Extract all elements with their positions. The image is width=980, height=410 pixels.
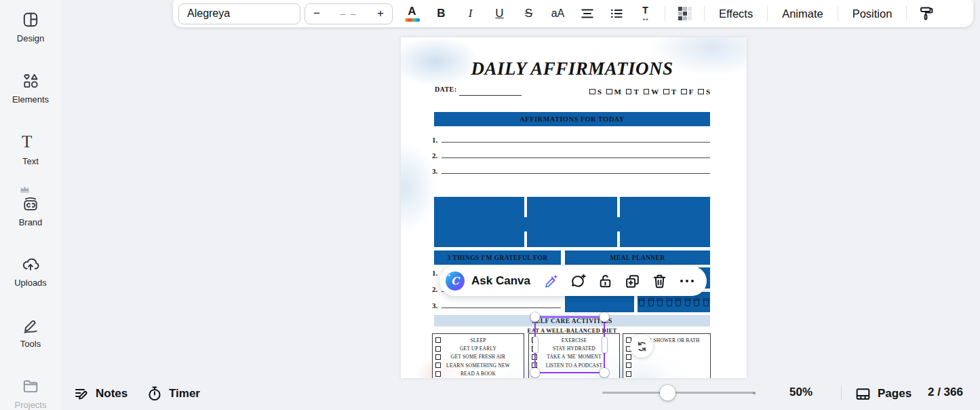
font-size-increase-button[interactable]: +	[369, 7, 392, 20]
divider	[906, 6, 907, 21]
magic-write-button[interactable]	[543, 271, 560, 291]
selection-handle-bottom-left[interactable]	[530, 368, 540, 377]
zoom-slider-thumb[interactable]	[660, 385, 675, 400]
divider	[838, 6, 838, 21]
weekday-item: T	[663, 88, 676, 96]
notes-icon	[73, 386, 90, 402]
sidebar-item-label: Elements	[12, 94, 49, 105]
checklist-row	[623, 370, 710, 378]
sidebar-item-label: Uploads	[14, 278, 47, 288]
alignment-button[interactable]	[576, 2, 598, 25]
priority-box[interactable]	[434, 197, 524, 247]
font-size-decrease-button[interactable]: −	[305, 7, 328, 20]
font-family-select[interactable]: Alegreya	[178, 3, 300, 24]
copy-style-button[interactable]	[915, 2, 937, 25]
selection-handle-left[interactable]	[533, 337, 538, 353]
text-color-button[interactable]: A	[401, 2, 423, 25]
letter-spacing-button[interactable]: T ↔	[634, 2, 656, 25]
text-case-button[interactable]: aA	[547, 2, 569, 25]
sidebar-item-design[interactable]: Design	[0, 11, 61, 43]
selection-handle-top-right[interactable]	[600, 312, 609, 322]
priorities-boxes[interactable]	[434, 197, 710, 247]
weekday-tracker[interactable]: S M T W T F S	[589, 88, 710, 96]
checklist-row: SLEEP	[433, 336, 524, 344]
checklist-row	[623, 361, 710, 369]
strikethrough-button[interactable]: S	[517, 2, 540, 25]
divider	[841, 385, 842, 400]
checklist-row: GET SOME FRESH AIR	[433, 353, 524, 361]
selection-handle-bottom-right[interactable]	[600, 368, 609, 377]
font-size-control: − – – +	[305, 3, 393, 24]
priority-box[interactable]	[620, 197, 710, 247]
italic-button[interactable]: I	[459, 2, 482, 25]
weekday-checkbox	[681, 89, 687, 95]
delete-button[interactable]	[651, 271, 669, 291]
rotate-handle[interactable]	[630, 335, 653, 358]
checkbox-icon	[435, 337, 441, 343]
timer-label: Timer	[169, 387, 200, 400]
lock-button[interactable]	[597, 271, 614, 291]
timer-icon	[146, 386, 163, 402]
font-size-value[interactable]: – –	[340, 8, 357, 19]
brand-icon	[22, 195, 39, 212]
notes-button[interactable]: Notes	[73, 384, 128, 404]
more-options-button[interactable]	[678, 271, 696, 291]
position-button[interactable]: Position	[843, 7, 902, 20]
divider	[704, 6, 705, 21]
sidebar-item-tools[interactable]: Tools	[0, 316, 61, 349]
sidebar-item-label: Design	[17, 33, 44, 43]
affirmation-lines[interactable]: 1. 2. 3.	[432, 130, 710, 176]
elements-icon	[22, 72, 39, 90]
pages-button[interactable]: Pages	[855, 384, 912, 404]
sidebar-item-text[interactable]: T Text	[0, 134, 61, 166]
selfcare-checklist-1[interactable]: SLEEP GET UP EARLY GET SOME FRESH AIR LE…	[432, 333, 524, 378]
checklist-row: LEARN SOMETHING NEW	[433, 361, 524, 369]
page-indicator: 2 / 366	[928, 386, 963, 399]
sidebar-item-projects[interactable]: Projects	[0, 377, 61, 410]
zoom-level[interactable]: 50%	[789, 386, 812, 399]
page-title[interactable]: DAILY AFFIRMATIONS	[434, 58, 710, 79]
weekday-item: W	[644, 88, 659, 96]
sidebar-item-elements[interactable]: Elements	[0, 72, 61, 105]
alignment-icon	[580, 6, 595, 21]
rainbow-bar-icon	[405, 18, 420, 22]
sidebar-item-brand[interactable]: Brand	[0, 195, 61, 227]
canvas-page[interactable]: DAILY AFFIRMATIONS DATE: S M T W T F S A…	[401, 37, 747, 378]
checklist-row: READ A BOOK	[433, 370, 524, 378]
projects-folder-icon	[22, 377, 39, 395]
date-line	[459, 95, 522, 96]
meal-planner-header[interactable]: MEAL PLANNER	[565, 250, 710, 265]
water-cup-icon	[703, 298, 709, 307]
water-cup-icon	[666, 298, 673, 307]
effects-button[interactable]: Effects	[709, 7, 762, 20]
timer-button[interactable]: Timer	[146, 384, 200, 404]
notes-label: Notes	[96, 387, 128, 400]
ask-canva-button[interactable]: C Ask Canva	[446, 272, 533, 291]
priority-box[interactable]	[527, 197, 617, 247]
selection-box[interactable]	[534, 316, 605, 373]
comment-button[interactable]	[570, 271, 587, 291]
pages-label: Pages	[878, 387, 912, 400]
bold-button[interactable]: B	[430, 2, 452, 25]
zoom-slider-track[interactable]	[602, 392, 754, 394]
water-cup-icon	[656, 298, 663, 307]
underline-button[interactable]: U	[488, 2, 511, 25]
weekday-checkbox	[589, 89, 595, 95]
list-icon	[609, 6, 624, 21]
selection-handle-right[interactable]	[602, 337, 607, 353]
selection-handle-top-left[interactable]	[530, 312, 540, 322]
comment-add-icon	[570, 273, 587, 290]
checklist-row: GET UP EARLY	[433, 344, 524, 352]
animate-button[interactable]: Animate	[772, 7, 833, 20]
duplicate-button[interactable]	[624, 271, 642, 291]
affirmations-header[interactable]: AFFIRMATIONS FOR TODAY	[434, 112, 710, 126]
trash-icon	[651, 273, 668, 290]
transparency-button[interactable]	[673, 2, 696, 25]
ask-canva-label: Ask Canva	[471, 274, 530, 288]
date-label[interactable]: DATE:	[435, 86, 456, 93]
weekday-item: S	[589, 88, 602, 96]
list-button[interactable]	[605, 2, 627, 25]
sidebar-item-uploads[interactable]: Uploads	[0, 255, 61, 288]
transparency-icon	[678, 7, 692, 20]
weekday-checkbox	[626, 89, 632, 95]
